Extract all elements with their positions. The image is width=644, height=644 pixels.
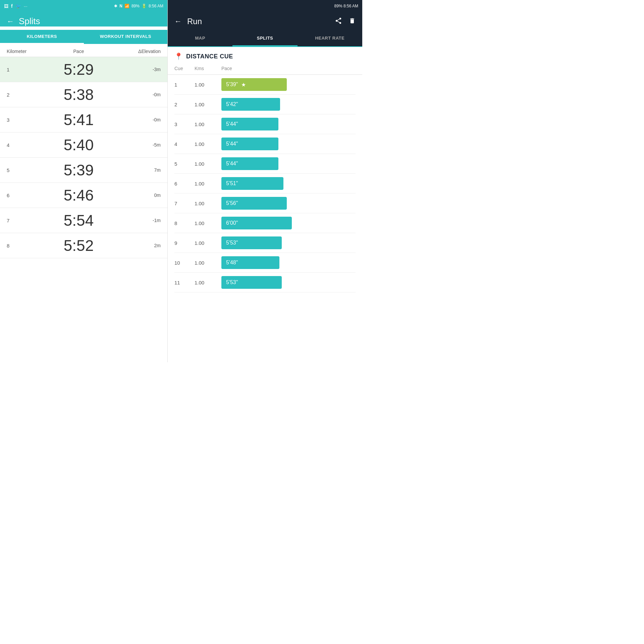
cue-row: 8 1.00 6'00" bbox=[174, 213, 356, 233]
col-header-elevation: ΔElevation bbox=[134, 49, 161, 54]
pace-bar: 5'42" bbox=[221, 98, 280, 111]
status-icons-left: 🖼 f 🐦 ··· bbox=[4, 3, 28, 9]
status-bar-left: 🖼 f 🐦 ··· ✱ N 📶 89% 🔋 8:56 AM bbox=[0, 0, 167, 12]
cue-kms: 1.00 bbox=[195, 260, 221, 266]
cue-row: 6 1.00 5'51" bbox=[174, 174, 356, 194]
split-row: 8 5:52 2m bbox=[0, 233, 167, 258]
cue-row: 11 1.00 5'53" bbox=[174, 273, 356, 292]
cue-row: 10 1.00 5'48" bbox=[174, 253, 356, 273]
delete-icon[interactable] bbox=[349, 17, 356, 26]
cue-row: 1 1.00 5'39"★ bbox=[174, 75, 356, 95]
left-panel: 🖼 f 🐦 ··· ✱ N 📶 89% 🔋 8:56 AM ← Splits K… bbox=[0, 0, 168, 362]
split-number: 5 bbox=[7, 167, 23, 173]
col-header-km: Kilometer bbox=[7, 49, 23, 54]
split-elevation: 7m bbox=[134, 167, 161, 173]
pace-bar: 6'00" bbox=[221, 217, 292, 229]
distance-cue-title: DISTANCE CUE bbox=[186, 53, 233, 60]
ellipsis-icon: ··· bbox=[24, 4, 28, 9]
split-elevation: 0m bbox=[134, 193, 161, 198]
split-row: 4 5:40 -5m bbox=[0, 132, 167, 158]
split-pace: 5:40 bbox=[23, 136, 134, 154]
battery-icon: 🔋 bbox=[142, 4, 147, 8]
col-header-cue: Cue bbox=[174, 66, 195, 71]
cue-number: 2 bbox=[174, 102, 195, 107]
pace-bar: 5'44" bbox=[221, 157, 278, 170]
right-title: Run bbox=[187, 17, 335, 26]
split-pace: 5:29 bbox=[23, 60, 134, 78]
photo-icon: 🖼 bbox=[4, 4, 8, 9]
split-elevation: 2m bbox=[134, 243, 161, 248]
tab-kilometers[interactable]: KILOMETERS bbox=[0, 30, 84, 44]
left-tabs: KILOMETERS WORKOUT INTERVALS bbox=[0, 30, 167, 44]
col-header-kms: Kms bbox=[195, 66, 221, 71]
pace-bar: 5'48" bbox=[221, 256, 279, 269]
back-button-right[interactable]: ← bbox=[174, 17, 182, 26]
cue-row: 4 1.00 5'44" bbox=[174, 134, 356, 154]
status-text-right: 89% 8:56 AM bbox=[334, 4, 358, 8]
split-pace: 5:52 bbox=[23, 236, 134, 255]
split-number: 1 bbox=[7, 67, 23, 72]
split-pace: 5:38 bbox=[23, 86, 134, 104]
split-row: 2 5:38 -0m bbox=[0, 82, 167, 107]
cue-kms: 1.00 bbox=[195, 141, 221, 147]
cue-number: 5 bbox=[174, 161, 195, 167]
cue-kms: 1.00 bbox=[195, 82, 221, 88]
cue-number: 7 bbox=[174, 201, 195, 206]
tab-splits[interactable]: SPLITS bbox=[232, 31, 297, 46]
tab-heart-rate[interactable]: HEART RATE bbox=[298, 31, 362, 46]
split-pace: 5:46 bbox=[23, 186, 134, 204]
cue-row: 3 1.00 5'44" bbox=[174, 114, 356, 134]
split-row: 6 5:46 0m bbox=[0, 183, 167, 208]
pace-bar: 5'51" bbox=[221, 177, 283, 190]
tab-map[interactable]: MAP bbox=[168, 31, 232, 46]
signal-icon: 📶 bbox=[124, 4, 129, 8]
cue-row: 5 1.00 5'44" bbox=[174, 154, 356, 174]
right-header: ← Run bbox=[168, 12, 362, 31]
cue-kms: 1.00 bbox=[195, 102, 221, 107]
split-row: 1 5:29 -3m bbox=[0, 57, 167, 82]
col-header-pace-right: Pace bbox=[221, 66, 232, 71]
cue-number: 9 bbox=[174, 240, 195, 246]
cue-number: 4 bbox=[174, 141, 195, 147]
time-left: 8:56 AM bbox=[149, 4, 163, 8]
cue-list: 1 1.00 5'39"★ 2 1.00 5'42" 3 1.00 5'44" … bbox=[168, 75, 362, 362]
status-right-left: ✱ N 📶 89% 🔋 8:56 AM bbox=[114, 4, 163, 8]
left-column-headers: Kilometer Pace ΔElevation bbox=[0, 44, 167, 57]
status-bar-right: 89% 8:56 AM bbox=[168, 0, 362, 12]
cue-kms: 1.00 bbox=[195, 240, 221, 246]
pace-bar: 5'53" bbox=[221, 276, 282, 289]
split-row: 5 5:39 7m bbox=[0, 158, 167, 183]
split-row: 3 5:41 -0m bbox=[0, 107, 167, 132]
cue-column-headers: Cue Kms Pace bbox=[168, 64, 362, 75]
cue-number: 8 bbox=[174, 220, 195, 226]
split-elevation: -5m bbox=[134, 142, 161, 148]
battery-text: 89% bbox=[131, 4, 140, 8]
distance-cue-header: 📍 DISTANCE CUE bbox=[168, 47, 362, 64]
pace-bar: 5'53" bbox=[221, 236, 282, 249]
cue-kms: 1.00 bbox=[195, 201, 221, 206]
bluetooth-icon: ✱ bbox=[114, 4, 117, 8]
split-number: 8 bbox=[7, 243, 23, 249]
right-header-icons bbox=[335, 17, 356, 26]
split-elevation: -0m bbox=[134, 92, 161, 97]
split-number: 4 bbox=[7, 142, 23, 148]
split-number: 3 bbox=[7, 117, 23, 123]
right-panel: 89% 8:56 AM ← Run MAP SPLITS HEART RATE … bbox=[168, 0, 362, 362]
left-header: ← Splits bbox=[0, 12, 167, 26]
cue-number: 1 bbox=[174, 82, 195, 88]
cue-number: 3 bbox=[174, 121, 195, 127]
cue-row: 2 1.00 5'42" bbox=[174, 95, 356, 114]
cue-number: 6 bbox=[174, 181, 195, 186]
split-pace: 5:39 bbox=[23, 161, 134, 179]
back-button-left[interactable]: ← bbox=[7, 17, 14, 26]
splits-list: 1 5:29 -3m 2 5:38 -0m 3 5:41 -0m 4 5:40 … bbox=[0, 57, 167, 362]
tab-workout-intervals[interactable]: WORKOUT INTERVALS bbox=[84, 30, 168, 44]
pace-bar: 5'39"★ bbox=[221, 78, 287, 91]
pace-bar: 5'44" bbox=[221, 138, 278, 150]
share-icon[interactable] bbox=[335, 17, 342, 26]
split-number: 2 bbox=[7, 92, 23, 98]
pace-bar: 5'56" bbox=[221, 197, 287, 210]
cue-kms: 1.00 bbox=[195, 121, 221, 127]
facebook-icon: f bbox=[11, 3, 13, 9]
left-title: Splits bbox=[19, 16, 40, 26]
